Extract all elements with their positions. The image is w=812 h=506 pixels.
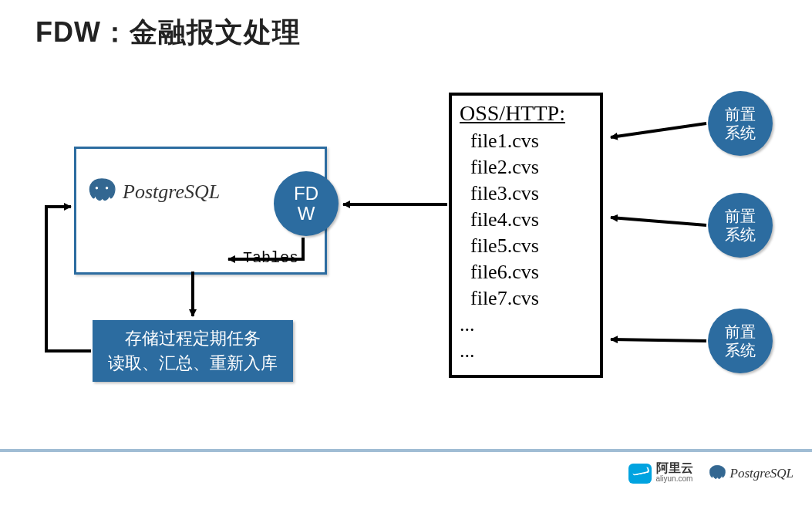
front-system-node: 前置 系统 xyxy=(708,91,773,156)
aliyun-logo: 阿里云 aliyun.com xyxy=(628,463,693,484)
proc-line1: 存储过程定期任务 xyxy=(125,326,261,351)
front-system-node: 前置 系统 xyxy=(708,193,773,258)
footer-logos: 阿里云 aliyun.com PostgreSQL xyxy=(628,463,794,484)
tables-label: Tables xyxy=(243,249,298,267)
fdw-node: FD W xyxy=(274,171,339,236)
svg-point-1 xyxy=(106,187,108,189)
file-list-header: OSS/HTTP: xyxy=(460,100,592,126)
elephant-icon xyxy=(707,464,727,484)
title-prefix: FDW xyxy=(35,16,101,48)
fdw-label: FD W xyxy=(294,184,318,224)
footer-rule xyxy=(0,449,812,452)
proc-line2: 读取、汇总、重新入库 xyxy=(108,351,278,376)
file-dots: ... xyxy=(460,312,592,338)
file-dots: ... xyxy=(460,338,592,364)
front-system-node: 前置 系统 xyxy=(708,309,773,373)
stored-proc-box: 存储过程定期任务 读取、汇总、重新入库 xyxy=(93,320,293,382)
slide-title: FDW：金融报文处理 xyxy=(35,14,301,52)
file-item: file5.cvs xyxy=(460,233,592,259)
aliyun-icon xyxy=(628,464,652,484)
file-item: file7.cvs xyxy=(460,285,592,312)
elephant-icon xyxy=(86,176,118,208)
file-item: file4.cvs xyxy=(460,207,592,233)
svg-point-0 xyxy=(96,187,98,189)
file-item: file6.cvs xyxy=(460,259,592,285)
file-item: file3.cvs xyxy=(460,180,592,207)
aliyun-text: 阿里云 aliyun.com xyxy=(656,463,693,484)
file-item: file1.cvs xyxy=(460,128,592,154)
arrow-front2-to-files xyxy=(611,218,706,225)
file-list-box: OSS/HTTP: file1.cvs file2.cvs file3.cvs … xyxy=(449,93,603,378)
title-sep: ： xyxy=(101,16,130,48)
file-item: file2.cvs xyxy=(460,154,592,180)
arrow-front3-to-files xyxy=(611,339,706,341)
postgres-logo: PostgreSQL xyxy=(86,176,220,208)
arrow-front1-to-files xyxy=(611,123,706,137)
postgres-label: PostgreSQL xyxy=(123,180,220,204)
title-rest: 金融报文处理 xyxy=(130,16,301,48)
postgres-footer-logo: PostgreSQL xyxy=(707,464,794,484)
